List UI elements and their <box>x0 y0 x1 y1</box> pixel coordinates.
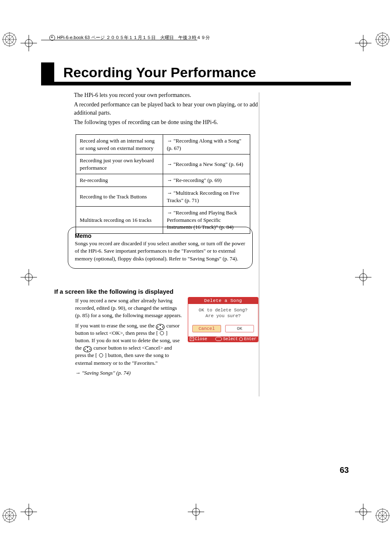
table-cell: → "Recording a New Song" (p. 64) <box>163 154 250 174</box>
recording-types-table: Record along with an internal song or so… <box>76 134 258 233</box>
table-cell: → "Multitrack Recording on Five Tracks" … <box>163 187 250 206</box>
circle-button-icon <box>99 353 103 357</box>
registration-rosette-icon <box>375 32 390 47</box>
intro-p2: A recorded performance can be played bac… <box>74 101 258 117</box>
table-cell: Re-recording <box>76 174 163 187</box>
svg-marker-54 <box>90 348 91 350</box>
svg-marker-48 <box>157 326 158 328</box>
circle-button-icon <box>160 331 164 335</box>
sub-p1: If you record a new song after already h… <box>75 297 183 320</box>
crop-mark-icon <box>21 35 37 51</box>
cursor-button-icon <box>156 324 165 330</box>
main-content: The HPi-6 lets you record your own perfo… <box>74 91 258 234</box>
memo-body: Songs you record are discarded if you se… <box>75 240 246 263</box>
x-icon: × <box>190 337 194 341</box>
svg-marker-53 <box>84 348 85 350</box>
cross-reference: → "Saving Songs" (p. 74) <box>75 369 183 377</box>
crop-mark-icon <box>21 269 37 286</box>
intro-p1: The HPi-6 lets you record your own perfo… <box>74 91 258 99</box>
registration-rosette-icon <box>2 32 17 47</box>
sub-body: If you record a new song after already h… <box>75 297 183 379</box>
memo-box: Memo Songs you record are discarded if y… <box>68 227 253 269</box>
table-row: Recording to the Track Buttons → "Multit… <box>76 187 250 206</box>
crop-mark-icon <box>188 504 204 520</box>
registration-rosette-icon <box>375 508 390 523</box>
intro-text: The HPi-6 lets you record your own perfo… <box>74 91 258 126</box>
crop-mark-icon <box>355 35 371 51</box>
crop-mark-icon <box>355 504 371 520</box>
table-row: Recording just your own keyboard perform… <box>76 154 250 174</box>
table-cell: Recording just your own keyboard perform… <box>76 154 163 174</box>
svg-marker-49 <box>162 326 164 328</box>
table-cell: → "Recording Along with a Song" (p. 67) <box>163 135 250 154</box>
crop-mark-icon <box>21 504 37 520</box>
dialog-footer: ×Close Select Enter <box>188 336 258 342</box>
circle-icon <box>239 337 243 341</box>
svg-marker-46 <box>159 325 161 326</box>
crop-mark-icon <box>355 269 371 286</box>
svg-marker-52 <box>87 350 88 352</box>
table-cell: Record along with an internal song or so… <box>76 135 163 154</box>
table-cell: → "Re-recording" (p. 69) <box>163 174 250 187</box>
registration-rosette-icon <box>2 508 17 523</box>
table-cell: Recording to the Track Buttons <box>76 187 163 206</box>
subheading: If a screen like the following is displa… <box>54 288 173 295</box>
header-rule <box>41 40 197 40</box>
title-underline <box>41 82 351 85</box>
intro-p3: The following types of recording can be … <box>74 118 258 126</box>
dialog-ok-button: OK <box>225 325 254 332</box>
svg-marker-51 <box>87 347 88 348</box>
svg-marker-47 <box>159 328 161 329</box>
table-row: Re-recording → "Re-recording" (p. 69) <box>76 174 250 187</box>
delete-song-dialog: Delete a Song OK to delete Song? Are you… <box>188 297 258 342</box>
sub-p2: If you want to erase the song, use the c… <box>75 322 183 367</box>
cursor-button-icon <box>83 346 92 352</box>
memo-heading: Memo <box>75 233 246 239</box>
dialog-title: Delete a Song <box>188 297 258 304</box>
column-divider <box>259 92 259 396</box>
left-right-icon <box>215 337 222 341</box>
table-row: Record along with an internal song or so… <box>76 135 250 154</box>
page-number: 63 <box>340 465 349 475</box>
dialog-cancel-button: Cancel <box>192 325 221 332</box>
dialog-message: OK to delete Song? Are you sure? <box>188 304 258 322</box>
